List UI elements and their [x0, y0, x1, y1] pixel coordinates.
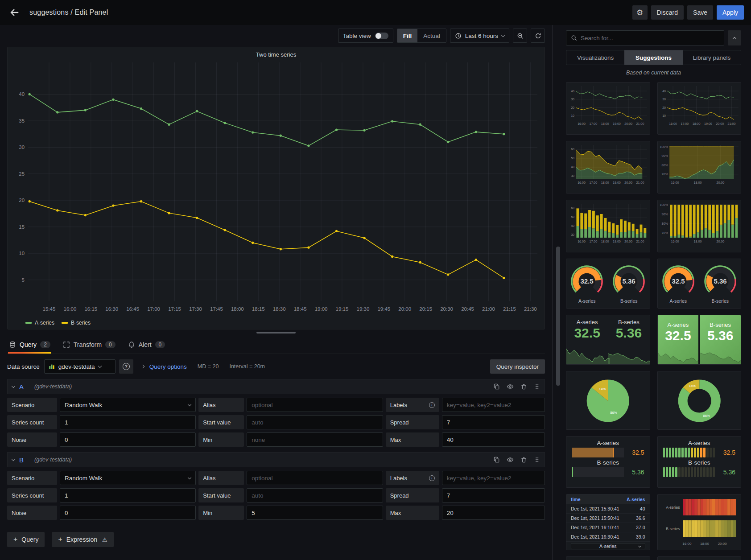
suggestion-line-chart-1[interactable]: 4030201016:0017:0018:0019:0020:0021:00	[566, 82, 650, 135]
timeline-cell	[730, 520, 734, 537]
noise-input-b[interactable]	[60, 506, 196, 520]
suggestion-bar-gauge[interactable]: A-series 32.5 B-series 5.36	[566, 436, 650, 488]
time-range-picker[interactable]: Last 6 hours	[450, 29, 509, 43]
start-value-input-b[interactable]	[247, 488, 383, 502]
resize-drag-handle[interactable]	[256, 332, 296, 334]
zoom-out-button[interactable]	[513, 29, 527, 43]
table-field-select[interactable]: A-series	[571, 543, 645, 549]
search-field[interactable]	[566, 30, 724, 45]
svg-text:5: 5	[22, 277, 25, 283]
tab-alert[interactable]: Alert 0	[127, 335, 166, 354]
actual-option[interactable]: Actual	[417, 29, 446, 42]
suggestion-stat[interactable]: A-series 32.5 B-series 5.36	[566, 315, 650, 365]
table-header-a-series[interactable]: A-series	[627, 497, 645, 502]
query-options-link[interactable]: Query options	[149, 363, 187, 370]
tab-library-panels[interactable]: Library panels	[683, 50, 741, 65]
duplicate-query-icon[interactable]	[493, 457, 500, 463]
max-input-a[interactable]	[442, 432, 545, 447]
delete-query-icon[interactable]	[520, 457, 527, 463]
panel-settings-button[interactable]: ⚙	[632, 5, 648, 20]
scenario-select-b[interactable]: Random Walk	[60, 471, 196, 485]
discard-button[interactable]: Discard	[651, 5, 684, 20]
noise-input-a[interactable]	[60, 432, 196, 447]
suggestion-gauge-1[interactable]: 32.5A-series 5.36B-series	[566, 259, 650, 309]
drag-handle-icon[interactable]	[534, 383, 540, 390]
series-count-input-a[interactable]	[60, 415, 196, 429]
svg-text:18:00: 18:00	[692, 122, 700, 126]
svg-text:86%: 86%	[610, 411, 617, 415]
max-input-b[interactable]	[442, 506, 545, 520]
collapse-chevron-icon[interactable]	[12, 384, 15, 387]
query-a-header[interactable]: A (gdev-testdata)	[7, 379, 545, 394]
svg-text:16:00: 16:00	[578, 239, 586, 243]
save-button[interactable]: Save	[687, 5, 713, 20]
timeline-cell	[689, 520, 692, 537]
alias-input-a[interactable]	[247, 398, 383, 412]
suggestion-gauge-2[interactable]: 32.5A-series 5.36B-series	[657, 259, 742, 309]
tab-visualizations[interactable]: Visualizations	[566, 50, 624, 65]
svg-text:18:00: 18:00	[693, 181, 701, 185]
series-count-input-b[interactable]	[60, 488, 196, 502]
labels-input-b[interactable]	[442, 471, 545, 485]
spread-input-b[interactable]	[442, 488, 545, 502]
suggestion-partial-1[interactable]	[566, 556, 650, 560]
refresh-button[interactable]	[531, 29, 545, 43]
scenario-select-a[interactable]: Random Walk	[60, 398, 196, 412]
svg-text:17:00: 17:00	[681, 122, 689, 126]
suggestion-area-stacked[interactable]: 6050403016:0017:0018:0019:0020:0021:00	[566, 141, 650, 194]
bar-gauge-b-value: 5.36	[718, 469, 735, 476]
duplicate-query-icon[interactable]	[493, 383, 500, 390]
suggestion-bar-gauge-lcd[interactable]: A-series 32.5 B-series 5.36	[657, 436, 742, 488]
timeline-cell	[730, 499, 734, 515]
back-arrow-icon[interactable]	[7, 5, 21, 20]
table-cell-time: Dec 1st, 2021 15:50:41	[571, 515, 619, 521]
svg-text:80%: 80%	[661, 163, 668, 167]
datasource-row: Data source gdev-testdata ? Query option…	[7, 359, 545, 374]
labels-input-a[interactable]	[442, 398, 545, 412]
add-query-button[interactable]: + Query	[7, 532, 45, 547]
spread-input-a[interactable]	[442, 415, 545, 429]
alias-input-b[interactable]	[247, 471, 383, 485]
collapse-pane-button[interactable]	[728, 30, 741, 45]
timeline-cell	[703, 499, 706, 515]
suggestion-donut-chart[interactable]: 86%14%	[657, 371, 742, 430]
legend-item-b[interactable]: B-series	[62, 320, 91, 326]
suggestion-line-chart-2[interactable]: 4030201016:0017:0018:0019:0020:0021:00	[657, 82, 742, 135]
delete-query-icon[interactable]	[520, 383, 527, 390]
tab-suggestions[interactable]: Suggestions	[624, 50, 682, 65]
suggestion-table[interactable]: time A-series Dec 1st, 2021 15:30:4140De…	[566, 494, 650, 550]
search-input[interactable]	[581, 35, 719, 41]
start-value-input-a[interactable]	[247, 415, 383, 429]
suggestion-stat-colored[interactable]: A-series 32.5 B-series 5.36	[657, 315, 742, 365]
tab-query[interactable]: Query 2	[8, 335, 51, 354]
legend-item-a[interactable]: A-series	[25, 320, 54, 326]
datasource-help-button[interactable]: ?	[119, 359, 133, 374]
query-inspector-button[interactable]: Query inspector	[490, 359, 545, 374]
sidebar-scrollbar[interactable]	[556, 247, 560, 386]
add-expression-button[interactable]: + Expression ⚠	[52, 532, 113, 547]
apply-button[interactable]: Apply	[717, 5, 744, 20]
tab-transform[interactable]: Transform 0	[62, 335, 116, 354]
table-view-toggle[interactable]	[375, 33, 388, 39]
lcd-cell	[666, 467, 668, 477]
suggestion-bars-percent[interactable]: 100%90%80%70%16:0018:0020:00	[657, 200, 742, 252]
timeseries-panel[interactable]: Two time series 51015202530354015:4516:0…	[7, 47, 545, 329]
hide-query-icon[interactable]	[507, 456, 514, 463]
series-count-label: Series count	[7, 488, 57, 502]
table-header-time[interactable]: time	[571, 497, 581, 502]
start-value-label: Start value	[198, 488, 244, 502]
query-b-header[interactable]: B (gdev-testdata)	[7, 452, 545, 467]
min-input-b[interactable]	[247, 506, 383, 520]
min-input-a[interactable]	[247, 432, 383, 447]
suggestion-status-history[interactable]: A-series B-series 16:0018:0020:00	[657, 494, 742, 550]
collapse-chevron-icon[interactable]	[12, 457, 15, 461]
suggestion-partial-2[interactable]	[657, 556, 742, 560]
drag-handle-icon[interactable]	[534, 457, 540, 463]
suggestion-bars-stacked[interactable]: 6050403016:0017:0018:0019:0020:0021:00	[566, 200, 650, 252]
datasource-select[interactable]: gdev-testdata	[44, 359, 116, 374]
suggestion-pie-chart[interactable]: 86%14%	[566, 371, 650, 430]
fill-option[interactable]: Fill	[397, 29, 418, 42]
top-header: suggestions / Edit Panel ⚙ Discard Save …	[0, 0, 751, 25]
suggestion-area-percent[interactable]: 100%90%80%70%16:0018:0020:00	[657, 141, 742, 194]
hide-query-icon[interactable]	[507, 383, 514, 390]
